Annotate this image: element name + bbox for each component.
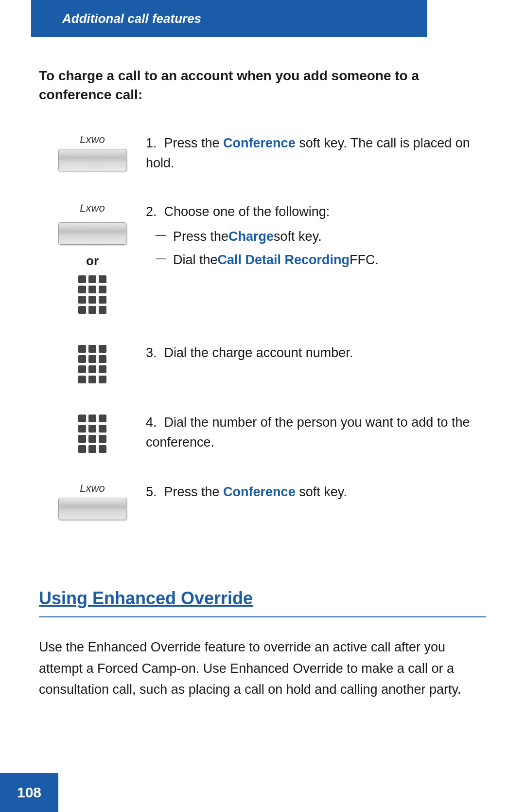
step5-soft-key — [58, 498, 126, 520]
key-11 — [88, 306, 96, 314]
sub-step-1-suffix: soft key. — [274, 228, 322, 246]
key-4-4 — [78, 425, 86, 433]
key-1 — [78, 275, 86, 283]
key-3-2 — [88, 345, 96, 353]
key-7 — [78, 296, 86, 304]
key-8 — [88, 296, 96, 304]
key-3-10 — [78, 376, 86, 383]
step4-keypad — [78, 415, 106, 453]
key-4-11 — [88, 445, 96, 453]
step1-icon-area: Lxwo — [39, 128, 146, 171]
key-2 — [88, 275, 96, 283]
step5-prefix: Press the — [164, 485, 224, 499]
key-4-7 — [78, 435, 86, 443]
step2-text: 2. Choose one of the following: — Press … — [146, 197, 486, 274]
section2-divider: Using Enhanced Override — [39, 588, 486, 617]
step2-icons-group: Lxwo or — [58, 202, 126, 314]
key-4-12 — [99, 445, 106, 453]
header-title: Additional call features — [62, 11, 201, 26]
sub-step-1-link: Charge — [228, 228, 274, 246]
step4-text: 4. Dial the number of the person you wan… — [146, 408, 486, 452]
key-3-6 — [99, 355, 106, 363]
step4-number: 4. — [146, 415, 157, 430]
key-4-1 — [78, 415, 86, 422]
step3-icon-area — [39, 338, 146, 383]
key-3-4 — [78, 355, 86, 363]
step1-soft-key — [58, 149, 126, 171]
step2-sub-steps: — Press the Charge soft key. — Dial the … — [156, 228, 486, 270]
page-number-box: 108 — [0, 773, 58, 812]
key-6 — [99, 286, 106, 293]
step4-body: Dial the number of the person you want t… — [146, 415, 470, 450]
step5-suffix: soft key. — [296, 485, 347, 499]
step3-number: 3. — [146, 345, 157, 360]
section2-body: Use the Enhanced Override feature to ove… — [0, 637, 525, 700]
key-3-3 — [99, 345, 106, 353]
step2-icon-area: Lxwo or — [39, 197, 146, 314]
section-heading: To charge a call to an account when you … — [39, 66, 486, 104]
page-number: 108 — [17, 784, 41, 801]
sub-step-1-prefix: Press the — [173, 228, 228, 246]
key-4-2 — [88, 415, 96, 422]
step2-keypad — [78, 275, 106, 314]
step1-text: 1. Press the Conference soft key. The ca… — [146, 128, 486, 173]
step5-label: Lxwo — [80, 482, 105, 495]
step1-prefix: Press the — [164, 136, 224, 150]
key-4-6 — [99, 425, 106, 433]
key-4-5 — [88, 425, 96, 433]
step-row-3: 3. Dial the charge account number. — [39, 338, 486, 383]
step-row-1: Lxwo 1. Press the Conference soft key. T… — [39, 128, 486, 173]
step2-label: Lxwo — [80, 202, 105, 215]
dash-1: — — [156, 228, 166, 243]
step2-number: 2. — [146, 204, 157, 219]
step4-icon-area — [39, 408, 146, 453]
step3-body: Dial the charge account number. — [164, 345, 353, 360]
sub-step-2-prefix: Dial the — [173, 251, 218, 270]
step5-number: 5. — [146, 485, 157, 499]
sub-step-1: — Press the Charge soft key. — [156, 228, 486, 246]
key-12 — [99, 306, 106, 314]
step-row-5: Lxwo 5. Press the Conference soft key. — [39, 477, 486, 520]
key-4-3 — [99, 415, 106, 422]
key-9 — [99, 296, 106, 304]
key-3-11 — [88, 376, 96, 383]
step2-or-label: or — [86, 253, 99, 269]
step5-icon-area: Lxwo — [39, 477, 146, 520]
key-4-10 — [78, 445, 86, 453]
step5-link: Conference — [223, 485, 296, 499]
step2-soft-key — [58, 222, 126, 245]
key-4-8 — [88, 435, 96, 443]
step3-text: 3. Dial the charge account number. — [146, 338, 486, 363]
key-3 — [99, 275, 106, 283]
sub-step-2-link: Call Detail Recording — [218, 251, 350, 270]
step-row-2: Lxwo or — [39, 197, 486, 314]
step1-link: Conference — [223, 136, 296, 150]
step-row-4: 4. Dial the number of the person you wan… — [39, 408, 486, 453]
header-bar: Additional call features — [31, 0, 427, 37]
key-5 — [88, 286, 96, 293]
section2-divider-line — [39, 616, 486, 617]
step3-keypad — [78, 345, 106, 383]
main-content: To charge a call to an account when you … — [0, 37, 525, 574]
key-4 — [78, 286, 86, 293]
step2-main: Choose one of the following: — [164, 204, 330, 219]
step1-label: Lxwo — [80, 133, 105, 146]
key-3-1 — [78, 345, 86, 353]
section2-text: Use the Enhanced Override feature to ove… — [39, 637, 486, 700]
key-3-12 — [99, 376, 106, 383]
section2-title[interactable]: Using Enhanced Override — [39, 588, 486, 609]
sub-step-2-suffix: FFC. — [350, 251, 379, 270]
key-4-9 — [99, 435, 106, 443]
key-3-8 — [88, 365, 96, 373]
dash-2: — — [156, 251, 166, 266]
key-3-7 — [78, 365, 86, 373]
key-3-9 — [99, 365, 106, 373]
step1-number: 1. — [146, 136, 157, 150]
step5-text: 5. Press the Conference soft key. — [146, 477, 486, 502]
key-3-5 — [88, 355, 96, 363]
sub-step-2: — Dial the Call Detail Recording FFC. — [156, 251, 486, 270]
steps-container: Lxwo 1. Press the Conference soft key. T… — [39, 128, 486, 544]
key-10 — [78, 306, 86, 314]
